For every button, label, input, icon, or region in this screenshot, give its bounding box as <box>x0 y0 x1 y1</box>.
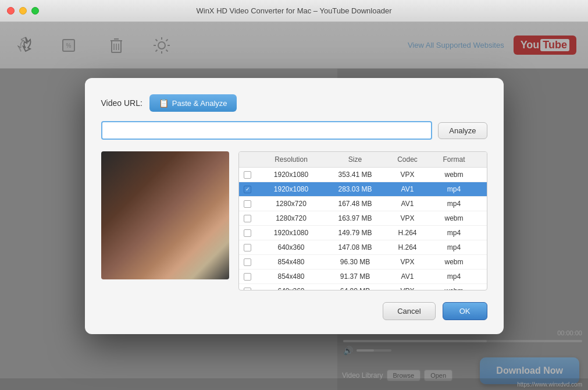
titlebar: WinX HD Video Converter for Mac – YouTub… <box>0 0 588 22</box>
app-background: % View All Supported Websites YouTube <box>0 22 588 390</box>
video-thumbnail <box>101 151 229 279</box>
col-format: Format <box>431 155 477 164</box>
row-checkbox[interactable] <box>244 244 251 251</box>
table-row[interactable]: 1920x1080149.79 MBH.264mp4 <box>239 226 487 240</box>
content-row: Resolution Size Codec Format 1920x108035… <box>101 151 487 290</box>
resolution-cell: 1920x1080 <box>256 171 326 179</box>
resolution-cell: 1920x1080 <box>256 185 326 193</box>
titlebar-buttons <box>7 7 39 15</box>
table-row[interactable]: 640x36064.90 MBVPXwebm <box>239 284 487 290</box>
table-row[interactable]: 1920x1080353.41 MBVPXwebm <box>239 168 487 182</box>
format-cell: webm <box>431 171 477 179</box>
checkbox-cell <box>239 171 256 179</box>
table-row[interactable]: 854x48091.37 MBAV1mp4 <box>239 270 487 284</box>
close-button[interactable] <box>7 7 15 15</box>
size-cell: 283.03 MB <box>326 185 384 193</box>
table-header: Resolution Size Codec Format <box>239 152 487 168</box>
codec-cell: VPX <box>384 287 431 290</box>
clipboard-icon: 📋 <box>159 98 169 108</box>
ok-button[interactable]: OK <box>443 302 487 320</box>
col-resolution: Resolution <box>256 155 326 164</box>
modal-overlay: Video URL: 📋 Paste & Analyze Analyze <box>0 22 588 390</box>
table-row[interactable]: 1920x1080283.03 MBAV1mp4 <box>239 182 487 197</box>
table-row[interactable]: 854x48096.30 MBVPXwebm <box>239 255 487 270</box>
url-label: Video URL: <box>101 98 142 108</box>
analyze-button[interactable]: Analyze <box>438 122 487 139</box>
checkbox-cell <box>239 215 256 222</box>
format-cell: mp4 <box>431 185 477 193</box>
paste-analyze-button[interactable]: 📋 Paste & Analyze <box>149 94 237 112</box>
codec-cell: VPX <box>384 258 431 266</box>
col-codec: Codec <box>384 155 431 164</box>
col-check <box>239 155 256 164</box>
table-row[interactable]: 1280x720163.97 MBVPXwebm <box>239 211 487 226</box>
resolution-cell: 1280x720 <box>256 200 326 208</box>
checkbox-cell <box>239 229 256 237</box>
col-size: Size <box>326 155 384 164</box>
table-row[interactable]: 640x360147.08 MBH.264mp4 <box>239 240 487 255</box>
checkbox-cell <box>239 258 256 266</box>
resolution-cell: 854x480 <box>256 258 326 266</box>
size-cell: 163.97 MB <box>326 214 384 222</box>
size-cell: 353.41 MB <box>326 171 384 179</box>
paste-analyze-label: Paste & Analyze <box>172 99 227 108</box>
cancel-button[interactable]: Cancel <box>383 302 435 320</box>
size-cell: 149.79 MB <box>326 229 384 237</box>
resolution-cell: 640x360 <box>256 287 326 290</box>
row-checkbox[interactable] <box>244 200 251 208</box>
url-input-row: Analyze <box>101 121 487 140</box>
size-cell: 147.08 MB <box>326 243 384 251</box>
format-cell: mp4 <box>431 229 477 237</box>
table-row[interactable]: 1280x720167.48 MBAV1mp4 <box>239 197 487 211</box>
maximize-button[interactable] <box>31 7 39 15</box>
format-cell: mp4 <box>431 272 477 281</box>
codec-cell: H.264 <box>384 229 431 237</box>
dialog: Video URL: 📋 Paste & Analyze Analyze <box>85 78 504 334</box>
row-checkbox[interactable] <box>244 186 251 193</box>
codec-cell: VPX <box>384 171 431 179</box>
row-checkbox[interactable] <box>244 171 251 179</box>
size-cell: 96.30 MB <box>326 258 384 266</box>
checkbox-cell <box>239 273 256 281</box>
checkbox-cell <box>239 200 256 208</box>
checkbox-cell <box>239 288 256 290</box>
codec-cell: AV1 <box>384 185 431 193</box>
row-checkbox[interactable] <box>244 258 251 266</box>
size-cell: 91.37 MB <box>326 272 384 281</box>
row-checkbox[interactable] <box>244 288 251 290</box>
row-checkbox[interactable] <box>244 229 251 237</box>
codec-cell: AV1 <box>384 200 431 208</box>
codec-cell: H.264 <box>384 243 431 251</box>
codec-cell: VPX <box>384 214 431 222</box>
checkbox-cell <box>239 186 256 193</box>
format-cell: webm <box>431 258 477 266</box>
size-cell: 167.48 MB <box>326 200 384 208</box>
resolution-cell: 1280x720 <box>256 214 326 222</box>
format-cell: mp4 <box>431 243 477 251</box>
format-cell: mp4 <box>431 200 477 208</box>
format-table: Resolution Size Codec Format 1920x108035… <box>238 151 487 290</box>
url-row: Video URL: 📋 Paste & Analyze <box>101 94 487 112</box>
resolution-cell: 854x480 <box>256 272 326 281</box>
resolution-cell: 640x360 <box>256 243 326 251</box>
row-checkbox[interactable] <box>244 215 251 222</box>
row-checkbox[interactable] <box>244 273 251 281</box>
checkbox-cell <box>239 244 256 251</box>
format-cell: webm <box>431 214 477 222</box>
resolution-cell: 1920x1080 <box>256 229 326 237</box>
minimize-button[interactable] <box>19 7 27 15</box>
url-input[interactable] <box>101 121 433 140</box>
table-body: 1920x1080353.41 MBVPXwebm1920x1080283.03… <box>239 168 487 290</box>
dialog-footer: Cancel OK <box>101 302 487 320</box>
format-cell: webm <box>431 287 477 290</box>
size-cell: 64.90 MB <box>326 287 384 290</box>
window-title: WinX HD Video Converter for Mac – YouTub… <box>196 6 391 15</box>
codec-cell: AV1 <box>384 272 431 281</box>
